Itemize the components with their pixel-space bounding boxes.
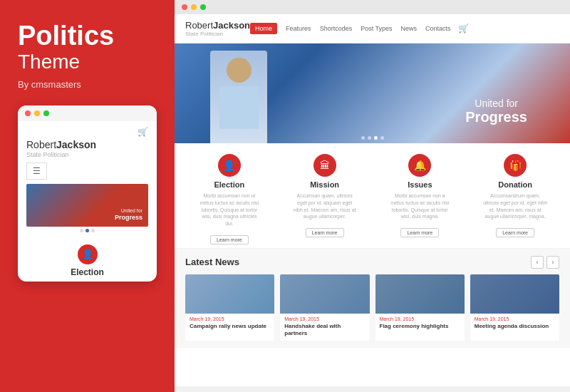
news-title-1: Campaign rally news update xyxy=(185,323,274,333)
news-card-4[interactable]: March 19, 2015 Meeting agenda discussion xyxy=(470,274,559,341)
donation-icon: 🎁 xyxy=(504,154,527,177)
mobile-preview: 🛒 RobertJackson State Politician ☰ Unite… xyxy=(18,105,157,282)
nav-features[interactable]: Features xyxy=(286,25,311,32)
news-date-1: March 19, 2015 xyxy=(185,314,274,323)
news-card-2[interactable]: March 19, 2015 Handshake deal with partn… xyxy=(280,274,369,341)
logo-regular: Robert xyxy=(185,20,213,31)
news-card-1[interactable]: March 19, 2015 Campaign rally news updat… xyxy=(185,274,274,341)
feature-election: 👤 Election Morbi accumsan non ut metus l… xyxy=(197,154,261,244)
news-date-2: March 19, 2015 xyxy=(280,314,369,323)
news-next-btn[interactable]: › xyxy=(546,256,559,269)
issues-text: Morbi accumsan non a metus luctus ac iac… xyxy=(388,192,452,220)
theme-title: Politics xyxy=(18,21,157,51)
theme-subtitle: Theme xyxy=(18,51,157,73)
left-panel: Politics Theme By cmsmasters 🛒 RobertJac… xyxy=(0,0,175,392)
mobile-election-label: Election xyxy=(26,267,148,277)
mobile-hero-line1: United for xyxy=(121,208,142,213)
mobile-hero-text: United for Progress xyxy=(115,207,142,222)
issues-title: Issues xyxy=(388,180,452,189)
news-img-3 xyxy=(375,274,465,314)
feature-issues: 🔔 Issues Morbi accumsan non a metus luct… xyxy=(388,154,452,244)
mobile-dot-yellow xyxy=(34,110,40,116)
mobile-top-bar xyxy=(18,105,157,121)
nav-contacts[interactable]: Contacts xyxy=(425,25,451,32)
news-title-4: Meeting agenda discussion xyxy=(470,323,559,333)
news-grid: March 19, 2015 Campaign rally news updat… xyxy=(185,274,559,341)
election-btn[interactable]: Learn more xyxy=(210,235,249,244)
site-logo-wrapper: RobertJackson State Politician xyxy=(185,20,250,37)
mobile-dot-red xyxy=(25,110,31,116)
by-author: By cmsmasters xyxy=(18,79,157,90)
mobile-election-icon: 👤 xyxy=(78,244,98,264)
site-nav: Home Features Shortcodes Post Types News… xyxy=(250,23,450,34)
donation-text: Accumsandrum quam, ultrices eget por id,… xyxy=(483,192,547,220)
nav-shortcodes[interactable]: Shortcodes xyxy=(320,25,353,32)
news-img-2 xyxy=(280,274,369,314)
news-title-2: Handshake deal with partners xyxy=(280,323,369,341)
hero-dot-1 xyxy=(80,229,83,232)
hero-dot-2 xyxy=(86,229,89,232)
election-icon: 👤 xyxy=(218,154,241,177)
website-preview: RobertJackson State Politician Home Feat… xyxy=(175,14,570,386)
mission-text: Accumsan quam, ultrices eget por id, ali… xyxy=(293,192,357,220)
nav-home[interactable]: Home xyxy=(250,23,277,34)
mobile-hero-dots xyxy=(26,227,148,234)
nav-news[interactable]: News xyxy=(401,25,418,32)
news-img-1 xyxy=(185,274,274,314)
news-section-title: Latest News xyxy=(185,257,239,267)
news-prev-btn[interactable]: ‹ xyxy=(531,256,544,269)
donation-title: Donation xyxy=(483,180,547,189)
news-card-3[interactable]: March 19, 2015 Flag ceremony highlights xyxy=(375,274,465,341)
news-img-4 xyxy=(470,274,559,314)
slide-dot-4[interactable] xyxy=(380,136,384,140)
hero-progress: Progress xyxy=(465,109,527,125)
browser-dot-yellow[interactable] xyxy=(191,4,197,10)
right-panel: RobertJackson State Politician Home Feat… xyxy=(175,0,570,392)
site-header: RobertJackson State Politician Home Feat… xyxy=(175,14,570,43)
mobile-name-bold: Jackson xyxy=(56,139,96,150)
nav-post-types[interactable]: Post Types xyxy=(361,25,392,32)
browser-dot-green[interactable] xyxy=(200,4,206,10)
news-date-3: March 19, 2015 xyxy=(375,314,465,323)
site-hero-overlay: United for Progress xyxy=(465,98,527,125)
feature-row: 👤 Election Morbi accumsan non ut metus l… xyxy=(175,143,570,249)
news-header: Latest News ‹ › xyxy=(185,256,559,269)
news-navigation: ‹ › xyxy=(531,256,559,269)
mobile-hero: United for Progress xyxy=(26,184,148,227)
mobile-hero-line2: Progress xyxy=(115,214,142,221)
mobile-dot-green xyxy=(43,110,49,116)
browser-dot-red[interactable] xyxy=(182,4,187,10)
mission-btn[interactable]: Learn more xyxy=(306,228,344,237)
hero-slide-dots xyxy=(361,136,384,140)
donation-btn[interactable]: Learn more xyxy=(496,228,534,237)
slide-dot-1[interactable] xyxy=(361,136,365,140)
browser-chrome xyxy=(175,0,570,14)
election-title: Election xyxy=(197,180,261,189)
slide-dot-3[interactable] xyxy=(374,136,378,140)
news-date-4: March 19, 2015 xyxy=(470,314,559,323)
mobile-name-regular: Robert xyxy=(26,139,56,150)
slide-dot-2[interactable] xyxy=(368,136,371,140)
news-title-3: Flag ceremony highlights xyxy=(375,323,465,333)
latest-news-section: Latest News ‹ › March 19, 2015 Campaign … xyxy=(175,249,570,348)
hero-person-body xyxy=(219,86,259,129)
mobile-name: RobertJackson xyxy=(26,138,148,151)
feature-donation: 🎁 Donation Accumsandrum quam, ultrices e… xyxy=(483,154,547,244)
feature-mission: 🏛 Mission Accumsan quam, ultrices eget p… xyxy=(293,154,357,244)
issues-btn[interactable]: Learn more xyxy=(400,228,439,237)
logo-bold: Jackson xyxy=(213,20,250,31)
election-text: Morbi accumsan non ut metus luctus ac ia… xyxy=(197,192,261,227)
hero-dot-3 xyxy=(91,229,95,232)
mobile-cart-icon: 🛒 xyxy=(26,127,148,137)
logo-subtitle: State Politician xyxy=(185,31,250,37)
site-cart-icon[interactable]: 🛒 xyxy=(458,24,469,33)
mission-title: Mission xyxy=(293,180,357,189)
issues-icon: 🔔 xyxy=(408,154,431,177)
mobile-menu-icon[interactable]: ☰ xyxy=(26,163,47,180)
hero-person-head xyxy=(227,58,252,83)
hero-person xyxy=(210,51,267,143)
mobile-politician: State Politician xyxy=(26,151,148,158)
mobile-election-section: 👤 Election xyxy=(18,240,157,282)
mobile-content: 🛒 RobertJackson State Politician ☰ Unite… xyxy=(18,121,157,240)
mission-icon: 🏛 xyxy=(314,154,336,177)
